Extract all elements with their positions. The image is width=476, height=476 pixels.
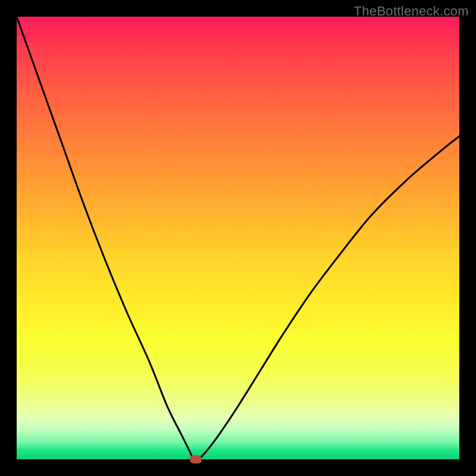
bottleneck-curve bbox=[17, 17, 459, 459]
chart-frame: TheBottleneck.com bbox=[0, 0, 476, 476]
curve-svg bbox=[17, 17, 459, 459]
plot-area bbox=[17, 17, 459, 459]
watermark-text: TheBottleneck.com bbox=[354, 4, 469, 19]
minimum-marker bbox=[190, 455, 202, 464]
